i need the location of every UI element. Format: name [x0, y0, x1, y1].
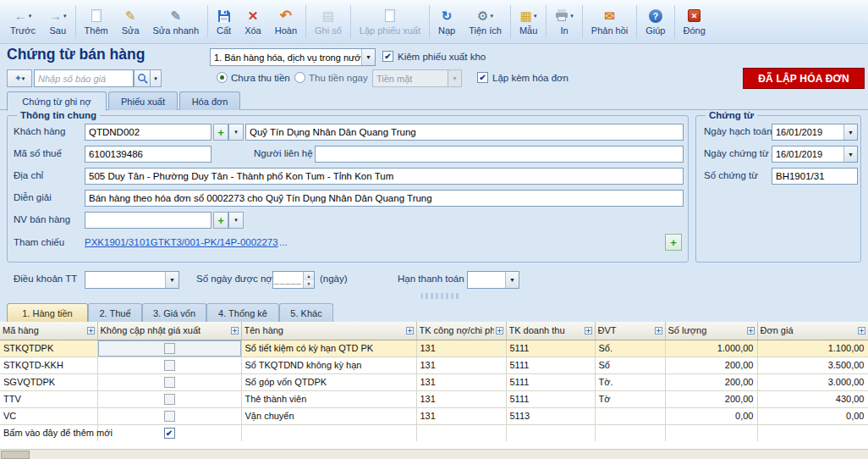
quote-tool-button[interactable]: ✦ ▾	[7, 69, 32, 87]
column-header-ma-hang[interactable]: Mã hàng	[0, 322, 97, 340]
toolbar-button-truoc[interactable]: ←▾ Trước	[3, 1, 42, 42]
cell-tk-doanh-thu[interactable]: 5111	[506, 357, 595, 373]
cell-so-luong[interactable]: 0,00	[665, 407, 757, 424]
row-checkbox-checked[interactable]: ✔	[164, 428, 175, 439]
column-pin-icon[interactable]	[655, 327, 662, 335]
cell-khong-cap-nhat[interactable]	[97, 357, 241, 373]
cell-ten-hang[interactable]: Sổ TKQTDND không kỳ hạn	[241, 357, 416, 373]
toolbar-button-sau[interactable]: →▾ Sau	[42, 1, 74, 42]
toolbar-button-sua[interactable]: ✎ Sửa	[115, 1, 146, 42]
cell-so-luong[interactable]: 1.000,00	[665, 340, 757, 357]
search-button[interactable]	[134, 69, 151, 87]
tab-hoa-don[interactable]: Hóa đơn	[179, 91, 240, 110]
cell-tk-doanh-thu[interactable]: 5113	[506, 407, 595, 424]
cell-tk-cong-no[interactable]: 131	[416, 390, 506, 407]
column-pin-icon[interactable]	[87, 327, 95, 335]
cell-tk-cong-no[interactable]: 131	[416, 357, 506, 373]
spin-up-icon[interactable]: ▲	[304, 272, 314, 280]
chevron-down-icon[interactable]: ▾	[29, 13, 32, 19]
row-checkbox[interactable]	[164, 343, 175, 354]
cell-khong-cap-nhat[interactable]: ✔	[97, 424, 241, 441]
table-row[interactable]: SGVQTDPK Sổ góp vốn QTDPK 131 5111 Tờ. 2…	[0, 373, 868, 390]
row-checkbox[interactable]	[164, 411, 175, 422]
document-date-select[interactable]: 16/01/2019 ▼	[772, 146, 858, 163]
cell-dvt[interactable]	[595, 407, 665, 424]
cell-dvt[interactable]: Sổ	[595, 357, 665, 373]
cell-khong-cap-nhat[interactable]	[97, 373, 241, 390]
toolbar-button-in[interactable]: ▾ In	[548, 1, 580, 42]
cell-ten-hang[interactable]: Thẻ thành viên	[241, 390, 416, 407]
row-checkbox[interactable]	[164, 360, 175, 371]
column-pin-icon[interactable]	[747, 327, 755, 335]
column-header-khong-cap-nhat[interactable]: Không cập nhật giá xuất	[97, 322, 241, 340]
toolbar-button-xoa[interactable]: ✕ Xóa	[238, 1, 268, 42]
cell-ma-hang[interactable]: STKQTD-KKH	[0, 357, 97, 373]
table-row[interactable]: STKQTDPK Sổ tiết kiệm có kỳ hạn QTD PK 1…	[0, 340, 868, 357]
toolbar-button-mau[interactable]: ▦▾ Mẫu	[513, 1, 544, 42]
chevron-down-icon[interactable]: ▼	[505, 272, 519, 288]
cell-ma-hang[interactable]: VC	[0, 407, 97, 424]
description-field[interactable]: Bán hàng theo hóa đơn số 0002273 cho Quỹ…	[85, 190, 684, 207]
tab-thong-ke[interactable]: 4. Thống kê	[206, 303, 279, 322]
payment-terms-select[interactable]: ▼	[85, 271, 179, 289]
add-new-row[interactable]: Bấm vào đây để thêm mới ✔	[0, 424, 868, 441]
column-pin-icon[interactable]	[585, 327, 592, 335]
table-row[interactable]: TTV Thẻ thành viên 131 5111 Tờ 200,00 43…	[0, 390, 868, 407]
radio-thu-tien-ngay[interactable]	[294, 72, 305, 83]
column-pin-icon[interactable]	[496, 327, 503, 335]
contact-person-field[interactable]	[315, 146, 684, 163]
toolbar-button-phan-hoi[interactable]: ✉ Phản hồi	[585, 1, 635, 42]
toolbar-button-them[interactable]: Thêm	[78, 1, 115, 42]
tab-hang-tien[interactable]: 1. Hàng tiền	[7, 303, 88, 322]
cell-dvt[interactable]: Tờ	[595, 390, 665, 407]
column-header-tk-cong-no[interactable]: TK công nợ/chi phí	[416, 322, 506, 340]
column-pin-icon[interactable]	[406, 327, 414, 335]
add-reference-button[interactable]: +	[665, 234, 682, 251]
horizontal-scrollbar[interactable]	[0, 449, 868, 459]
column-header-don-gia[interactable]: Đơn giá	[757, 322, 868, 340]
column-header-ten-hang[interactable]: Tên hàng	[241, 322, 416, 340]
address-field[interactable]: 505 Duy Tân - Phường Duy Tân - Thành phố…	[85, 168, 684, 185]
cell-khong-cap-nhat[interactable]	[97, 407, 241, 424]
row-checkbox[interactable]	[164, 394, 175, 405]
posting-date-select[interactable]: 16/01/2019 ▼	[772, 124, 858, 141]
tax-code-field[interactable]: 6100139486	[85, 146, 212, 163]
cell-don-gia[interactable]: 1.100,00	[757, 340, 868, 357]
cell-so-luong[interactable]: 200,00	[665, 390, 757, 407]
chevron-down-icon[interactable]: ▼	[361, 49, 375, 65]
tab-chung-tu-ghi-no[interactable]: Chứng từ ghi nợ	[7, 91, 107, 111]
customer-code-field[interactable]: QTDND002	[85, 124, 212, 141]
due-date-select[interactable]: ▼	[467, 271, 519, 289]
cell-tk-doanh-thu[interactable]: 5111	[506, 340, 595, 357]
lap-kem-hoa-don-checkbox[interactable]: ✔	[477, 72, 488, 83]
chevron-down-icon[interactable]: ▼	[165, 272, 179, 288]
customer-name-field[interactable]: Quỹ Tín Dụng Nhân Dân Quang Trung	[245, 124, 684, 141]
cell-khong-cap-nhat[interactable]	[97, 390, 241, 407]
column-header-tk-doanh-thu[interactable]: TK doanh thu	[506, 322, 595, 340]
cell-khong-cap-nhat[interactable]	[97, 340, 241, 357]
salesperson-dropdown-button[interactable]: ▾	[228, 212, 244, 229]
document-number-field[interactable]: BH1901/31	[772, 168, 858, 185]
cell-don-gia[interactable]: 3.500,00	[757, 357, 868, 373]
quote-number-input[interactable]	[34, 69, 134, 87]
cell-ma-hang[interactable]: SGVQTDPK	[0, 373, 97, 390]
salesperson-field[interactable]	[85, 212, 212, 229]
cell-tk-cong-no[interactable]: 131	[416, 373, 506, 390]
reference-more-link[interactable]: ...	[279, 237, 288, 247]
cell-don-gia[interactable]: 0,00	[757, 407, 868, 424]
cell-ma-hang[interactable]: TTV	[0, 390, 97, 407]
toolbar-button-ghi-so[interactable]: ▤ Ghi sổ	[308, 1, 349, 42]
toolbar-button-hoan[interactable]: ↶ Hoàn	[268, 1, 304, 42]
column-header-dvt[interactable]: ĐVT	[595, 322, 665, 340]
cell-dvt[interactable]: Sổ.	[595, 340, 665, 357]
toolbar-button-nap[interactable]: ↻ Nạp	[431, 1, 462, 42]
row-checkbox[interactable]	[164, 377, 175, 388]
cell-dvt[interactable]: Tờ.	[595, 373, 665, 390]
add-salesperson-button[interactable]: +	[213, 212, 228, 229]
cell-don-gia[interactable]: 3.000,00	[757, 373, 868, 390]
table-row[interactable]: STKQTD-KKH Sổ TKQTDND không kỳ hạn 131 5…	[0, 357, 868, 373]
search-options-button[interactable]: ▾	[150, 69, 162, 87]
cell-tk-doanh-thu[interactable]: 5111	[506, 373, 595, 390]
cell-tk-cong-no[interactable]: 131	[416, 407, 506, 424]
cell-tk-cong-no[interactable]: 131	[416, 340, 506, 357]
